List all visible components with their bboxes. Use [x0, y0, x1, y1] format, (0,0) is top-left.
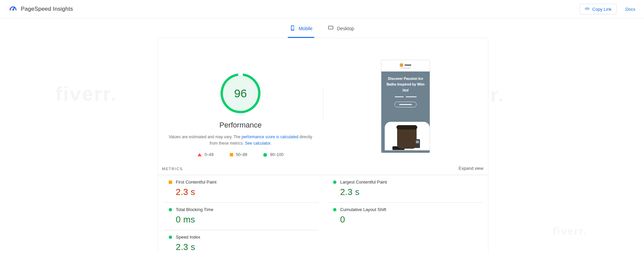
metrics-header-row: METRICS Expand view: [158, 166, 488, 175]
screenshot-panel: Discover Passion Ice Baths Inspired by W…: [323, 38, 488, 166]
product-card: [385, 122, 430, 150]
tab-desktop-label: Desktop: [337, 26, 354, 31]
hero-cta-button: [394, 102, 417, 107]
hero-title: Discover Passion Ice Baths Inspired by W…: [385, 76, 426, 93]
metric-value: 2.3 s: [176, 187, 318, 197]
metric-name: Largest Contentful Paint: [340, 180, 387, 185]
tab-mobile-label: Mobile: [299, 26, 312, 31]
watermark: fiverr.: [553, 225, 587, 237]
performance-score-link[interactable]: performance score is calculated: [241, 135, 298, 139]
device-tabs: Mobile Desktop: [0, 18, 644, 38]
metric-value: 0: [340, 214, 483, 225]
metric-first-contentful-paint: First Contentful Paint 2.3 s: [163, 175, 318, 203]
site-nav-bar: [400, 68, 411, 68]
score-disclaimer: Values are estimated and may vary. The p…: [167, 134, 314, 147]
thumbnail-hero: Discover Passion Ice Baths Inspired by W…: [381, 71, 430, 153]
copy-link-label: Copy Link: [592, 7, 612, 12]
metric-largest-contentful-paint: Largest Contentful Paint 2.3 s: [328, 175, 483, 203]
metric-speed-index: Speed Index 2.3 s: [163, 230, 318, 253]
metrics-section-label: METRICS: [162, 167, 183, 171]
pagespeed-logo-icon: [9, 4, 17, 14]
metric-total-blocking-time: Total Blocking Time 0 ms: [163, 203, 318, 230]
metrics-grid: First Contentful Paint 2.3 s Largest Con…: [158, 175, 488, 253]
panel-divider: [323, 87, 323, 121]
good-circle-icon: [263, 153, 267, 157]
metric-value: 2.3 s: [340, 187, 483, 197]
brand[interactable]: PageSpeed Insights: [9, 4, 73, 14]
metric-value: 0 ms: [176, 214, 318, 225]
metric-rating-icon: [169, 208, 172, 211]
expand-view-button[interactable]: Expand view: [459, 166, 483, 171]
legend-range: 0–49: [205, 152, 214, 157]
thumbnail-site-header: [381, 60, 430, 71]
performance-panel: 96 Performance Values are estimated and …: [158, 38, 323, 166]
site-logo-icon: [400, 63, 403, 67]
tab-mobile[interactable]: Mobile: [288, 18, 314, 38]
poor-triangle-icon: [198, 153, 202, 156]
report-card: 96 Performance Values are estimated and …: [158, 38, 488, 253]
copy-link-button[interactable]: Copy Link: [580, 4, 617, 14]
average-square-icon: [230, 153, 233, 156]
disclaimer-text: Values are estimated and may vary. The: [169, 135, 241, 139]
legend-item-poor: 0–49: [198, 152, 214, 157]
metric-value: 2.3 s: [176, 242, 318, 252]
metric-name: Cumulative Layout Shift: [340, 207, 386, 212]
metric-name: First Contentful Paint: [176, 180, 216, 185]
app-header: PageSpeed Insights Copy Link Docs: [0, 0, 644, 18]
page-title: PageSpeed Insights: [21, 6, 73, 12]
hero-subtext: [385, 96, 426, 97]
desktop-icon: [328, 25, 334, 32]
docs-link[interactable]: Docs: [625, 7, 635, 12]
metric-name: Speed Index: [176, 235, 200, 240]
tab-desktop[interactable]: Desktop: [326, 18, 356, 38]
site-logo-text: [405, 64, 411, 66]
product-image: [396, 124, 418, 150]
legend-range: 90–100: [270, 152, 283, 157]
link-icon: [585, 6, 590, 12]
smartphone-icon: [290, 25, 296, 32]
page-screenshot-thumbnail[interactable]: Discover Passion Ice Baths Inspired by W…: [381, 60, 430, 153]
metric-cumulative-layout-shift: Cumulative Layout Shift 0: [328, 203, 483, 230]
legend-item-good: 90–100: [263, 152, 283, 157]
metric-rating-icon: [169, 236, 172, 239]
performance-score: 96: [220, 72, 261, 114]
metric-name: Total Blocking Time: [176, 207, 213, 212]
watermark: fiverr.: [55, 82, 117, 105]
metric-rating-icon: [169, 181, 172, 184]
performance-gauge[interactable]: 96: [220, 72, 261, 114]
metric-rating-icon: [333, 208, 336, 211]
see-calculator-link[interactable]: See calculator.: [245, 141, 271, 146]
legend-item-average: 50–89: [230, 152, 247, 157]
legend-range: 50–89: [236, 152, 247, 157]
performance-title[interactable]: Performance: [219, 121, 262, 130]
metric-rating-icon: [333, 181, 336, 184]
score-legend: 0–49 50–89 90–100: [198, 152, 283, 157]
